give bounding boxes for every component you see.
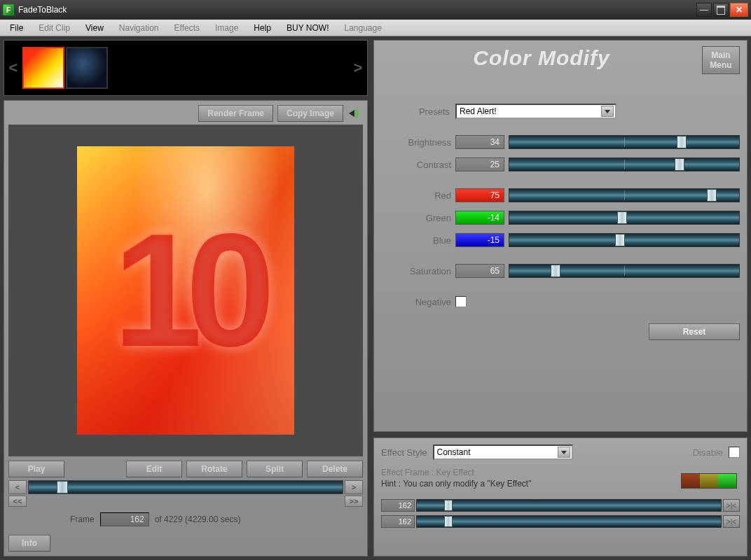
green-value: -14 [455, 211, 504, 225]
clip-filmstrip: < > [4, 40, 368, 96]
filmstrip-next-icon[interactable]: > [349, 41, 367, 95]
frame-step-back[interactable]: < [8, 480, 27, 494]
clip-thumbnail-2[interactable] [66, 47, 108, 89]
filmstrip-prev-icon[interactable]: < [4, 41, 22, 95]
presets-label: Presets [381, 106, 451, 117]
frame-slider[interactable] [28, 480, 343, 494]
green-slider[interactable] [509, 211, 740, 225]
green-label: Green [381, 213, 451, 223]
indicator-green-icon [718, 474, 736, 488]
menu-image[interactable]: Image [208, 21, 245, 35]
menu-help[interactable]: Help [247, 21, 278, 35]
saturation-value: 65 [455, 264, 504, 278]
contrast-slider-handle[interactable] [675, 158, 684, 171]
copy-image-button[interactable]: Copy Image [277, 105, 343, 122]
frame-step-fwd[interactable]: > [345, 480, 363, 494]
saturation-label: Saturation [381, 266, 451, 276]
blue-value: -15 [455, 233, 504, 247]
menu-view[interactable]: View [78, 21, 111, 35]
clip-thumbnail-1[interactable] [22, 47, 64, 89]
menu-navigation[interactable]: Navigation [112, 21, 166, 35]
blue-slider-handle[interactable] [615, 234, 625, 246]
range-b-handle[interactable] [444, 516, 453, 527]
saturation-slider-handle[interactable] [551, 265, 560, 277]
frame-preview: 10 [8, 125, 363, 456]
menu-buy-now[interactable]: BUY NOW! [280, 21, 336, 35]
close-button[interactable]: ✕ [730, 3, 748, 17]
range-b-slider[interactable] [416, 515, 722, 528]
saturation-slider[interactable] [509, 264, 740, 278]
contrast-slider[interactable] [509, 158, 740, 172]
preview-overlay-text: 10 [77, 146, 294, 435]
main-menu-button[interactable]: Main Menu [702, 46, 740, 74]
menu-bar: File Edit Clip View Navigation Effects I… [0, 20, 751, 36]
red-label: Red [381, 190, 451, 201]
window-titlebar: F FadeToBlack — ✕ [0, 0, 751, 20]
disable-label: Disable [693, 447, 723, 458]
frame-total-label: of 4229 (4229.00 secs) [155, 514, 241, 524]
presets-value: Red Alert! [460, 106, 497, 116]
split-button[interactable]: Split [247, 461, 303, 477]
effect-indicator-lights [681, 473, 737, 489]
rotate-button[interactable]: Rotate [186, 461, 242, 477]
range-b-value: 162 [381, 515, 415, 528]
sound-icon[interactable] [347, 106, 363, 121]
blue-slider[interactable] [509, 233, 740, 247]
app-icon: F [3, 4, 14, 15]
maximize-button[interactable] [713, 3, 729, 17]
red-slider[interactable] [509, 188, 740, 202]
effect-style-dropdown[interactable]: Constant [433, 444, 573, 460]
presets-dropdown[interactable]: Red Alert! [455, 104, 616, 119]
panel-title: Color Modify [381, 46, 702, 70]
brightness-label: Brightness [381, 137, 451, 148]
frame-fast-back[interactable]: << [8, 496, 27, 507]
range-b-snap-button[interactable]: >|< [723, 515, 740, 528]
frame-slider-handle[interactable] [57, 481, 68, 493]
disable-checkbox[interactable] [729, 447, 740, 458]
edit-button[interactable]: Edit [126, 461, 182, 477]
range-a-snap-button[interactable]: >|< [723, 499, 740, 512]
indicator-yellow-icon [700, 474, 718, 488]
brightness-value: 34 [455, 135, 504, 149]
chevron-down-icon[interactable] [601, 106, 614, 117]
effect-style-panel: Effect Style Constant Disable Effect Fra… [373, 438, 747, 556]
range-a-handle[interactable] [444, 500, 453, 511]
range-a-slider[interactable] [416, 499, 722, 512]
red-slider-handle[interactable] [707, 189, 717, 202]
contrast-label: Contrast [381, 160, 451, 170]
red-value: 75 [455, 188, 504, 202]
frame-preview-image: 10 [77, 146, 294, 435]
window-title: FadeToBlack [18, 5, 696, 15]
preview-panel: Render Frame Copy Image 10 Play Edit Rot… [4, 100, 368, 556]
color-modify-panel: Color Modify Main Menu Presets Red Alert… [373, 40, 747, 432]
effect-style-value: Constant [437, 447, 471, 457]
negative-label: Negative [381, 297, 451, 307]
menu-language[interactable]: Language [338, 21, 389, 35]
reset-button[interactable]: Reset [649, 323, 740, 340]
frame-value: 162 [100, 512, 149, 526]
frame-fast-fwd[interactable]: >> [345, 496, 363, 507]
delete-button[interactable]: Delete [307, 461, 363, 477]
menu-edit-clip[interactable]: Edit Clip [32, 21, 77, 35]
frame-label: Frame [70, 514, 95, 524]
negative-checkbox[interactable] [455, 296, 467, 307]
menu-file[interactable]: File [3, 21, 30, 35]
play-button[interactable]: Play [8, 461, 64, 477]
effect-style-label: Effect Style [381, 447, 427, 458]
menu-effects[interactable]: Effects [167, 21, 207, 35]
render-frame-button[interactable]: Render Frame [198, 105, 273, 122]
contrast-value: 25 [455, 158, 504, 172]
range-a-value: 162 [381, 499, 415, 512]
brightness-slider-handle[interactable] [677, 136, 687, 148]
info-button[interactable]: Info [8, 535, 50, 552]
minimize-button[interactable]: — [696, 3, 712, 17]
brightness-slider[interactable] [509, 135, 740, 149]
indicator-red-icon [682, 474, 700, 488]
blue-label: Blue [381, 235, 451, 246]
green-slider-handle[interactable] [617, 211, 627, 224]
chevron-down-icon[interactable] [558, 447, 570, 458]
